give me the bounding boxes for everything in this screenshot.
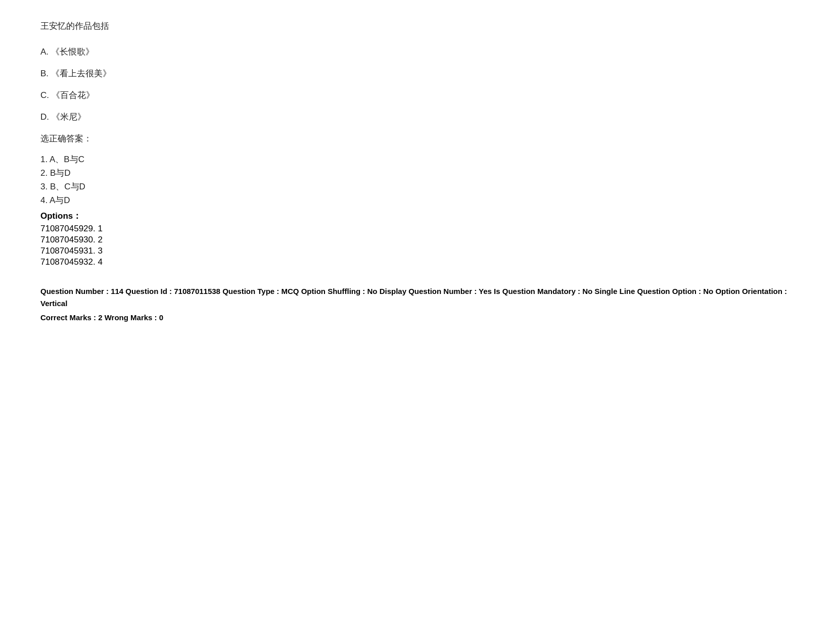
option-id-1: 71087045929. 1 — [40, 224, 794, 234]
answer-choice-1: 1. A、B与C — [40, 154, 794, 165]
option-id-2: 71087045930. 2 — [40, 235, 794, 245]
option-id-2-num: 2 — [98, 235, 102, 244]
option-c-value: 《百合花》 — [52, 90, 95, 100]
option-a-value: 《长恨歌》 — [51, 47, 94, 57]
option-c-label: C. — [40, 90, 52, 100]
option-id-4: 71087045932. 4 — [40, 257, 794, 267]
option-id-4-num: 4 — [98, 257, 102, 267]
option-id-3: 71087045931. 3 — [40, 246, 794, 256]
answer-choice-2-text: B与D — [50, 168, 71, 178]
option-id-2-id: 71087045930. — [40, 235, 96, 244]
option-d-label: D. — [40, 112, 52, 122]
option-id-1-id: 71087045929. — [40, 224, 96, 233]
answer-choice-1-num: 1. — [40, 155, 50, 164]
answer-choice-2-num: 2. — [40, 168, 50, 178]
options-bold-label: Options： — [40, 210, 794, 222]
question-text: 王安忆的作品包括 — [40, 20, 794, 32]
option-a-label: A. — [40, 47, 51, 57]
answer-choice-2: 2. B与D — [40, 167, 794, 179]
option-id-3-id: 71087045931. — [40, 246, 96, 256]
answer-choice-4-text: A与D — [50, 195, 70, 205]
answer-choice-3: 3. B、C与D — [40, 181, 794, 192]
option-b: B. 《看上去很美》 — [40, 68, 794, 79]
options-section: Options： 71087045929. 1 71087045930. 2 7… — [40, 210, 794, 267]
option-c: C. 《百合花》 — [40, 89, 794, 101]
option-id-3-num: 3 — [98, 246, 102, 256]
option-id-4-id: 71087045932. — [40, 257, 96, 267]
answer-choice-3-num: 3. — [40, 182, 50, 191]
option-b-value: 《看上去很美》 — [51, 69, 111, 78]
meta-line-2: Correct Marks : 2 Wrong Marks : 0 — [40, 312, 794, 324]
answer-choice-4-num: 4. — [40, 195, 50, 205]
answer-choice-1-text: A、B与C — [50, 155, 84, 164]
select-answer-label: 选正确答案： — [40, 133, 794, 144]
meta-line-1: Question Number : 114 Question Id : 7108… — [40, 285, 794, 310]
option-a: A. 《长恨歌》 — [40, 46, 794, 58]
option-b-label: B. — [40, 69, 51, 78]
option-id-1-num: 1 — [98, 224, 102, 233]
answer-choice-3-text: B、C与D — [50, 182, 85, 191]
page-container: 王安忆的作品包括 A. 《长恨歌》 B. 《看上去很美》 C. 《百合花》 D.… — [0, 0, 834, 346]
answer-choice-4: 4. A与D — [40, 194, 794, 206]
option-d: D. 《米尼》 — [40, 111, 794, 123]
meta-section: Question Number : 114 Question Id : 7108… — [40, 285, 794, 324]
option-d-value: 《米尼》 — [52, 112, 86, 122]
